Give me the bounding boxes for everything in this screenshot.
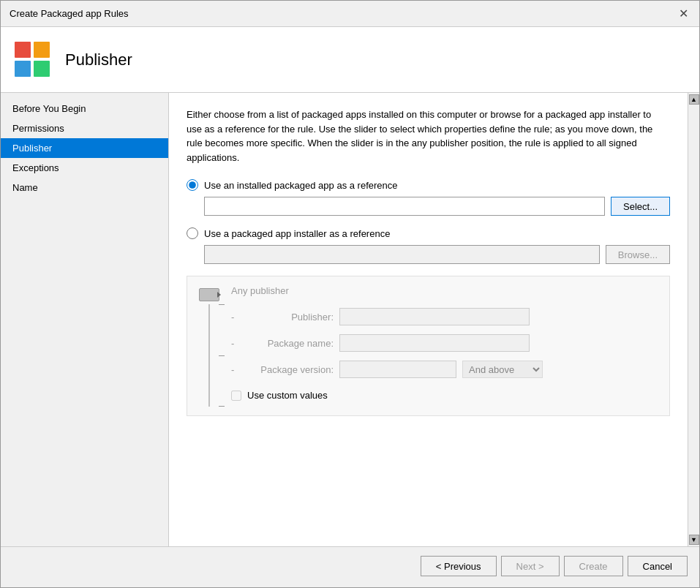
package-version-label: Package version: (246, 364, 334, 375)
radio-row-2: Use a packaged app installer as a refere… (187, 227, 670, 239)
any-publisher-label: Any publisher (231, 285, 658, 296)
cancel-button[interactable]: Cancel (628, 556, 688, 576)
installer-path-input (204, 245, 600, 264)
scroll-up-button[interactable]: ▲ (689, 94, 699, 105)
radio-installed-app[interactable] (187, 179, 198, 191)
input-row-2: Browse... (204, 245, 670, 264)
sidebar-item-name[interactable]: Name (1, 178, 168, 197)
radio-row-1: Use an installed packaged app as a refer… (187, 179, 670, 191)
dash-package-name: - (231, 338, 240, 349)
svg-rect-1 (34, 42, 50, 58)
tick-1 (219, 304, 225, 305)
radio1-label[interactable]: Use an installed packaged app as a refer… (204, 180, 398, 191)
sidebar-item-publisher[interactable]: Publisher (1, 138, 168, 158)
slider-section: Any publisher - Publisher: - Package nam… (187, 276, 670, 416)
app-icon (12, 39, 53, 80)
footer: < Previous Next > Create Cancel (1, 546, 699, 587)
sidebar: Before You Begin Permissions Publisher E… (1, 93, 169, 546)
title-bar: Create Packaged app Rules ✕ (1, 1, 699, 27)
scroll-down-button[interactable]: ▼ (689, 535, 699, 545)
browse-button: Browse... (606, 245, 670, 264)
main-window: Create Packaged app Rules ✕ Publisher Be… (0, 0, 700, 588)
version-row: And above (339, 361, 543, 378)
slider-ticks (219, 304, 225, 407)
checkbox-row: Use custom values (231, 390, 658, 401)
version-select: And above (462, 361, 543, 378)
dash-package-version: - (231, 364, 240, 375)
radio-group-1: Use an installed packaged app as a refer… (187, 179, 670, 216)
select-button[interactable]: Select... (611, 197, 670, 216)
slider-line (208, 304, 210, 407)
header-area: Publisher (1, 27, 699, 93)
publisher-label: Publisher: (246, 312, 334, 323)
previous-button[interactable]: < Previous (421, 556, 497, 576)
tick-2 (219, 355, 225, 356)
radio-installer[interactable] (187, 227, 198, 239)
page-title: Publisher (65, 50, 132, 69)
field-row-publisher: - Publisher: (231, 308, 658, 325)
next-button: Next > (501, 556, 560, 576)
main-content: Either choose from a list of packaged ap… (169, 93, 699, 546)
description-text: Either choose from a list of packaged ap… (187, 108, 670, 165)
package-name-label: Package name: (246, 338, 334, 349)
svg-rect-3 (34, 61, 50, 77)
scrollbar[interactable]: ▲ ▼ (688, 93, 699, 546)
create-button: Create (564, 556, 623, 576)
custom-values-label: Use custom values (247, 390, 328, 401)
field-row-package-version: - Package version: And above (231, 361, 658, 378)
slider-thumb[interactable] (199, 288, 219, 301)
dash-publisher: - (231, 312, 240, 323)
installed-app-input[interactable] (204, 197, 605, 216)
content-wrapper: Either choose from a list of packaged ap… (169, 93, 699, 546)
content-scroll-area[interactable]: Either choose from a list of packaged ap… (169, 93, 688, 546)
svg-rect-2 (15, 61, 31, 77)
slider-container: Any publisher - Publisher: - Package nam… (199, 285, 658, 407)
close-button[interactable]: ✕ (676, 7, 690, 21)
body-area: Before You Begin Permissions Publisher E… (1, 93, 699, 546)
slider-track (199, 285, 219, 407)
input-row-1: Select... (204, 197, 670, 216)
publisher-input (339, 308, 530, 325)
window-title: Create Packaged app Rules (10, 8, 129, 19)
field-row-package-name: - Package name: (231, 334, 658, 352)
fields-area: Any publisher - Publisher: - Package nam… (231, 285, 658, 401)
custom-values-checkbox (231, 391, 241, 401)
sidebar-item-permissions[interactable]: Permissions (1, 118, 168, 138)
radio2-label[interactable]: Use a packaged app installer as a refere… (204, 228, 390, 239)
tick-3 (219, 406, 225, 407)
sidebar-item-exceptions[interactable]: Exceptions (1, 158, 168, 178)
package-name-input (339, 334, 530, 352)
svg-rect-0 (15, 42, 31, 58)
radio-group-2: Use a packaged app installer as a refere… (187, 227, 670, 264)
version-input (339, 361, 456, 378)
sidebar-item-before-you-begin[interactable]: Before You Begin (1, 99, 168, 118)
